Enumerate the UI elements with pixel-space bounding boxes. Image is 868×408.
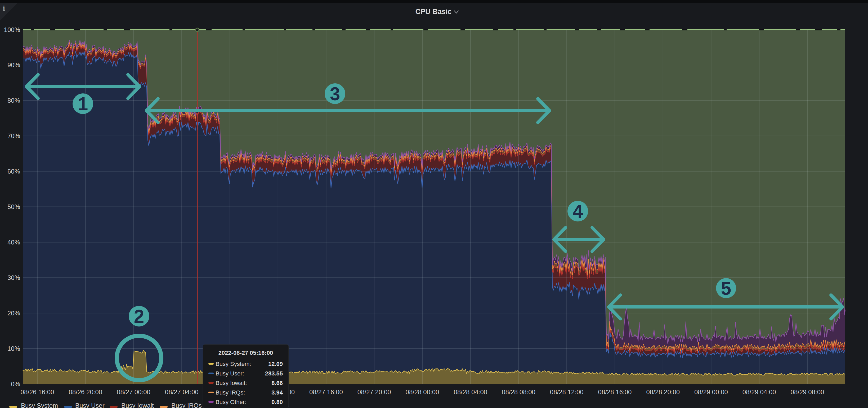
svg-text:20%: 20%	[7, 310, 20, 317]
svg-text:40%: 40%	[7, 239, 20, 246]
svg-text:08/28 08:00: 08/28 08:00	[502, 388, 535, 396]
svg-text:08/26 20:00: 08/26 20:00	[69, 388, 102, 396]
svg-text:Busy Iowait:: Busy Iowait:	[216, 380, 247, 386]
svg-text:4: 4	[573, 201, 583, 222]
svg-text:80%: 80%	[7, 97, 20, 104]
svg-text:1: 1	[78, 94, 88, 114]
svg-text:100%: 100%	[4, 26, 20, 33]
svg-text:0%: 0%	[11, 380, 20, 387]
svg-text:50%: 50%	[7, 203, 20, 210]
svg-text:08/29 08:00: 08/29 08:00	[791, 388, 824, 396]
svg-text:5: 5	[721, 278, 732, 299]
svg-text:08/27 20:00: 08/27 20:00	[358, 388, 391, 396]
svg-text:08/29 00:00: 08/29 00:00	[694, 388, 728, 396]
svg-text:70%: 70%	[7, 132, 20, 139]
svg-text:08/26 16:00: 08/26 16:00	[21, 388, 54, 396]
svg-text:Busy System:: Busy System:	[216, 361, 251, 367]
svg-text:08/28 16:00: 08/28 16:00	[598, 388, 632, 396]
svg-text:i: i	[3, 4, 5, 12]
svg-text:08/28 04:00: 08/28 04:00	[454, 388, 487, 396]
svg-text:Busy IRQs:: Busy IRQs:	[216, 389, 245, 396]
svg-text:60%: 60%	[7, 168, 20, 175]
svg-text:Busy Iowait: Busy Iowait	[121, 402, 154, 408]
svg-text:08/28 00:00: 08/28 00:00	[406, 388, 439, 396]
svg-text:08/27 16:00: 08/27 16:00	[309, 388, 343, 396]
svg-text:12.09: 12.09	[268, 361, 283, 367]
svg-text:2: 2	[134, 306, 144, 327]
svg-text:08/27 00:00: 08/27 00:00	[117, 388, 150, 396]
svg-text:08/29 04:00: 08/29 04:00	[743, 388, 776, 396]
svg-text:Busy User: Busy User	[75, 402, 104, 408]
svg-text:10%: 10%	[7, 345, 20, 352]
svg-text:08/27 04:00: 08/27 04:00	[165, 388, 198, 396]
svg-text:Busy User:: Busy User:	[216, 370, 244, 377]
svg-text:CPU Basic: CPU Basic	[415, 8, 452, 15]
svg-text:30%: 30%	[7, 274, 20, 281]
svg-text:08/28 20:00: 08/28 20:00	[646, 388, 680, 396]
svg-text:3.94: 3.94	[271, 389, 283, 396]
svg-text:8.66: 8.66	[271, 380, 283, 386]
svg-text:Busy Other:: Busy Other:	[216, 399, 246, 405]
svg-text:283.55: 283.55	[265, 370, 283, 377]
svg-text:90%: 90%	[7, 61, 20, 69]
svg-text:Busy System: Busy System	[21, 402, 58, 408]
svg-text:0.80: 0.80	[271, 399, 283, 405]
svg-text:08/28 12:00: 08/28 12:00	[550, 388, 584, 396]
svg-text:3: 3	[330, 83, 340, 104]
svg-text:Busy IRQs: Busy IRQs	[171, 402, 202, 408]
svg-text:2022-08-27 05:16:00: 2022-08-27 05:16:00	[218, 349, 273, 356]
